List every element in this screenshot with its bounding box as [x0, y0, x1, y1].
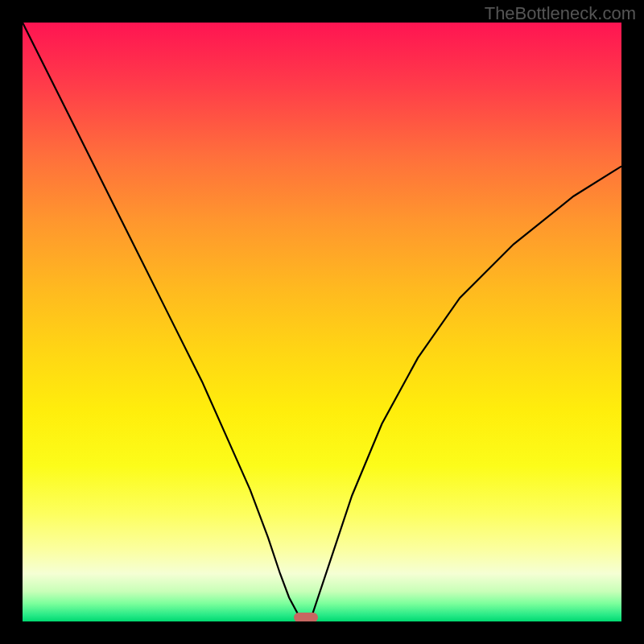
plot-area — [23, 23, 621, 621]
chart-frame: TheBottleneck.com — [0, 0, 644, 644]
optimal-marker — [294, 613, 318, 621]
watermark-text: TheBottleneck.com — [485, 3, 636, 24]
bottleneck-curve-path — [23, 23, 621, 621]
curve-svg — [23, 23, 621, 621]
